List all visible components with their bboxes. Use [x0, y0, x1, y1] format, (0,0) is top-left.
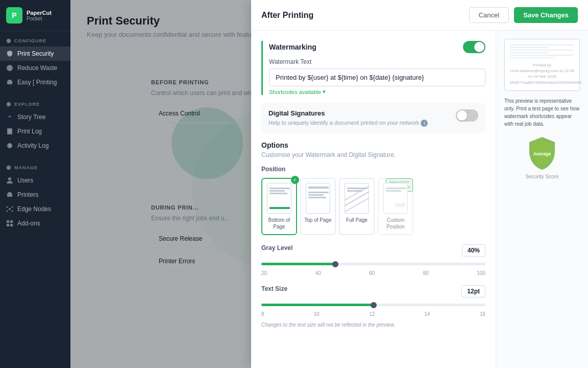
position-preview-custom — [383, 183, 408, 214]
position-bottom-label: Bottom of Page — [265, 217, 293, 230]
security-score-label: Security Score — [504, 174, 580, 179]
svg-rect-15 — [10, 220, 13, 223]
digital-sig-title: Digital Signatures — [268, 109, 428, 117]
preview-document: Printed by chris.balance@myorg.com at 12… — [504, 39, 580, 91]
gray-level-track — [261, 263, 485, 265]
svg-text:Average: Average — [533, 151, 551, 156]
digital-sig-info: Digital Signatures Help to uniquely iden… — [268, 109, 428, 127]
gray-level-fill — [261, 263, 335, 265]
digital-sig-toggle[interactable] — [456, 109, 478, 122]
position-label: Position — [261, 166, 485, 173]
position-top[interactable]: Top of Page — [300, 178, 336, 235]
svg-point-0 — [7, 39, 11, 43]
modal-title: After Printing — [261, 11, 313, 20]
watermarking-section: Watermarking Watermark Text Shortcodes a… — [261, 41, 485, 95]
sidebar-item-print-log[interactable]: Print Log — [0, 124, 70, 139]
digital-signatures-section: Digital Signatures Help to uniquely iden… — [261, 103, 485, 133]
options-subtitle: Customise your Watermark and Digital Sig… — [261, 151, 485, 158]
info-icon[interactable]: i — [421, 120, 428, 127]
toggle-knob-off — [457, 110, 467, 121]
watermark-text-input[interactable] — [269, 68, 485, 86]
sidebar-item-printers[interactable]: Printers — [0, 188, 70, 202]
security-score-widget: Average Security Score — [504, 136, 580, 179]
manage-section-title: Manage — [0, 163, 70, 173]
sidebar-item-easy-printing[interactable]: Easy [ Printing — [0, 75, 70, 89]
explore-section-title: Explore — [0, 100, 70, 110]
svg-rect-14 — [7, 220, 9, 223]
position-bottom[interactable]: ✓ Bottom of Page — [261, 178, 297, 235]
sidebar-item-activity-log[interactable]: Activity Log — [0, 139, 70, 153]
shield-icon: Average — [527, 136, 557, 171]
position-custom[interactable]: Need this?Vote for me! Custom Position — [378, 178, 413, 235]
gray-level-header: Gray Level 40% — [261, 244, 485, 257]
toggle-knob — [474, 42, 484, 52]
svg-point-2 — [11, 82, 12, 83]
cancel-button[interactable]: Cancel — [469, 7, 509, 23]
text-size-section: Text Size 12pt 8 10 12 — [261, 285, 485, 328]
selected-check: ✓ — [291, 176, 299, 184]
configure-section: Configure Print Security Reduce Waste Ea… — [0, 31, 70, 95]
sidebar-item-reduce-waste[interactable]: Reduce Waste — [0, 61, 70, 75]
explore-section: Explore Story Tree Print Log Activity Lo… — [0, 95, 70, 158]
text-size-thumb[interactable] — [371, 302, 377, 308]
svg-point-9 — [9, 208, 11, 210]
position-top-label: Top of Page — [304, 217, 331, 223]
position-full-label: Full Page — [346, 217, 368, 223]
text-size-track — [261, 304, 485, 306]
position-preview-full — [345, 183, 369, 214]
position-grid: ✓ Bottom of Page — [261, 178, 485, 235]
digital-sig-header: Digital Signatures Help to uniquely iden… — [268, 109, 478, 127]
manage-section: Manage Users Printers Edge Nodes Add-ons — [0, 158, 70, 236]
preview-note: This preview is representative only. Pri… — [504, 97, 580, 128]
svg-point-6 — [7, 166, 11, 170]
modal-panel: After Printing Cancel Save Changes Water… — [251, 0, 588, 368]
watermarking-toggle[interactable] — [463, 41, 485, 53]
position-full[interactable]: Full Page — [339, 178, 375, 235]
svg-point-11 — [12, 206, 13, 208]
svg-point-12 — [7, 211, 8, 212]
logo-text: PaperCut Pocket — [27, 10, 52, 21]
text-size-value: 12pt — [461, 285, 485, 297]
options-section: Options Customise your Watermark and Dig… — [261, 141, 485, 328]
watermarking-label: Watermarking — [269, 43, 316, 51]
modal-preview: Printed by chris.balance@myorg.com at 12… — [496, 31, 588, 368]
svg-rect-17 — [10, 224, 13, 226]
text-size-header: Text Size 12pt — [261, 285, 485, 297]
text-size-labels: 8 10 12 14 16 — [261, 311, 485, 317]
logo-icon: P — [6, 7, 22, 24]
sidebar-item-story-tree[interactable]: Story Tree — [0, 110, 70, 124]
svg-rect-8 — [7, 193, 12, 197]
position-preview-top — [306, 183, 330, 214]
sidebar-item-users[interactable]: Users — [0, 173, 70, 188]
watermarking-toggle-row: Watermarking — [269, 41, 485, 53]
svg-point-13 — [12, 211, 13, 212]
chevron-down-icon: ▾ — [323, 88, 326, 95]
text-size-label: Text Size — [261, 285, 287, 292]
position-custom-label: Custom Position — [382, 217, 409, 230]
sidebar: P PaperCut Pocket Configure Print Securi… — [0, 0, 70, 368]
modal-form: Watermarking Watermark Text Shortcodes a… — [251, 31, 496, 368]
shield-container: Average — [504, 136, 580, 171]
watermark-preview-text: Printed by chris.balance@myorg.com at 12… — [510, 62, 574, 85]
sidebar-item-add-ons[interactable]: Add-ons — [0, 216, 70, 231]
position-preview-bottom — [267, 183, 291, 214]
modal-body: Watermarking Watermark Text Shortcodes a… — [251, 31, 588, 368]
sidebar-item-print-security[interactable]: Print Security — [0, 47, 70, 61]
shortcodes-link[interactable]: Shortcodes available ▾ — [269, 88, 485, 95]
svg-point-7 — [8, 177, 11, 180]
digital-sig-desc: Help to uniquely identify a document pri… — [268, 119, 428, 127]
configure-section-title: Configure — [0, 36, 70, 47]
modal-actions: Cancel Save Changes — [469, 7, 578, 23]
app-logo[interactable]: P PaperCut Pocket — [0, 0, 70, 31]
gray-level-labels: 20 40 60 80 100 — [261, 270, 485, 276]
sidebar-item-edge-nodes[interactable]: Edge Nodes — [0, 202, 70, 216]
gray-level-section: Gray Level 40% 20 40 60 — [261, 244, 485, 276]
svg-point-10 — [7, 206, 8, 208]
text-size-fill — [261, 304, 374, 306]
options-title: Options — [261, 141, 485, 149]
gray-level-label: Gray Level — [261, 244, 292, 251]
svg-point-3 — [7, 102, 11, 106]
save-button[interactable]: Save Changes — [514, 7, 578, 23]
gray-level-thumb[interactable] — [332, 261, 338, 267]
gray-level-value: 40% — [462, 244, 485, 257]
